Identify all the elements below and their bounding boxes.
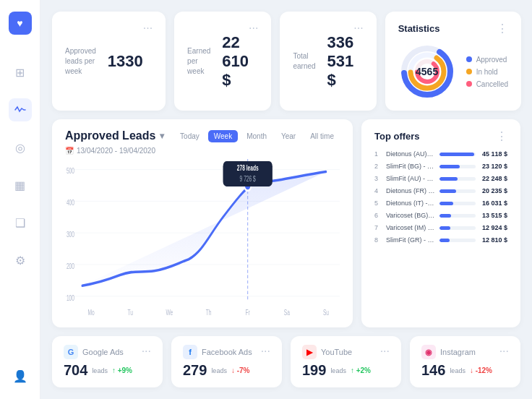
- sidebar: ♥ ⊞ ◎ ▦ ❑ ⚙ 👤: [0, 0, 40, 399]
- svg-text:Fr: Fr: [246, 309, 250, 317]
- source-unit-instagram: leads: [450, 367, 466, 374]
- stat-menu-earned-week[interactable]: ···: [249, 22, 258, 35]
- source-card-google: G Google Ads ··· 704 leads ↑ +9%: [52, 336, 163, 387]
- offer-row: 5 Dietonus (IT) - 17$ 16 031 $: [374, 200, 507, 207]
- offer-bar: [439, 239, 450, 242]
- offer-name: Dietonus (IT) - 17$: [386, 200, 435, 207]
- sidebar-item-user[interactable]: 👤: [9, 364, 32, 387]
- svg-text:Th: Th: [206, 309, 212, 317]
- offer-name: Varicoset (IM) - 14$: [386, 224, 435, 231]
- stat-card-total-earned: Total earned 336 531 $ ···: [280, 12, 376, 111]
- sources-list: G Google Ads ··· 704 leads ↑ +9% f Faceb…: [52, 336, 520, 387]
- offer-name: SlimFit (GR) - 15$: [386, 236, 435, 244]
- source-name-google: Google Ads: [82, 348, 124, 356]
- offer-bar: [439, 189, 456, 193]
- source-icon-name: G Google Ads: [64, 345, 124, 359]
- source-menu-instagram[interactable]: ···: [499, 345, 509, 358]
- svg-text:200: 200: [66, 262, 74, 270]
- offers-header: Top offers ⋮: [374, 129, 507, 143]
- chart-title[interactable]: Approved Leads ▾: [65, 129, 164, 142]
- offer-value: 12 810 $: [480, 236, 507, 244]
- stat-value-total: 336 531 $: [327, 33, 354, 90]
- offers-list: 1 Dietonus (AU) - 17$ 45 118 $ 2 SlimFit…: [374, 150, 507, 244]
- legend: Approved In hold Cancelled: [466, 56, 508, 88]
- source-menu-facebook[interactable]: ···: [261, 345, 270, 358]
- offer-bar-wrap: [439, 214, 476, 218]
- sidebar-item-folder[interactable]: ❑: [9, 211, 32, 234]
- source-menu-google[interactable]: ···: [142, 345, 151, 358]
- offer-value: 20 235 $: [480, 187, 507, 194]
- offer-name: SlimFit (AU) - 16$: [386, 175, 435, 182]
- stat-menu-approved[interactable]: ···: [143, 22, 153, 35]
- source-header: f Facebook Ads ···: [183, 345, 270, 359]
- sidebar-item-activity[interactable]: [9, 98, 32, 121]
- stat-menu-total[interactable]: ···: [353, 22, 363, 35]
- source-icon-youtube: ▶: [302, 345, 317, 359]
- offer-bar-wrap: [439, 202, 476, 205]
- stat-card-earned-week: Earned per week 22 610 $ ···: [174, 12, 271, 111]
- filter-all[interactable]: All time: [304, 130, 340, 142]
- stat-label-approved: Approved leads per week: [65, 46, 96, 77]
- sidebar-item-home[interactable]: ⊞: [9, 61, 32, 84]
- source-footer: 199 leads ↑ +2%: [302, 362, 390, 379]
- offer-name: Varicoset (BG) - 15$: [386, 212, 435, 219]
- source-footer: 146 leads ↓ -12%: [421, 362, 509, 379]
- svg-text:500: 500: [66, 167, 74, 176]
- stat-value-earned-week: 22 610 $: [222, 33, 249, 90]
- offer-value: 45 118 $: [480, 150, 507, 158]
- offers-menu[interactable]: ⋮: [496, 129, 507, 143]
- svg-text:400: 400: [66, 199, 74, 207]
- offer-bar: [439, 177, 458, 181]
- source-value-google: 704: [64, 362, 87, 379]
- svg-text:100: 100: [66, 293, 74, 302]
- sidebar-item-settings[interactable]: ⚙: [9, 249, 32, 272]
- statistics-menu[interactable]: ⋮: [497, 22, 508, 35]
- source-change-youtube: ↑ +2%: [351, 366, 371, 374]
- stat-label-total: Total earned: [293, 51, 315, 72]
- offer-bar-wrap: [439, 189, 476, 193]
- offer-name: Dietonus (FR) - 19$: [386, 187, 435, 194]
- source-value-instagram: 146: [421, 362, 445, 379]
- offer-bar: [439, 165, 460, 168]
- svg-text:300: 300: [66, 231, 74, 239]
- source-card-facebook: f Facebook Ads ··· 279 leads ↓ -7%: [171, 336, 282, 387]
- statistics-title: Statistics: [398, 23, 440, 34]
- source-icon-name: ◉ Instagram: [421, 345, 476, 359]
- offer-rank: 3: [374, 175, 382, 182]
- offer-bar-wrap: [439, 226, 476, 230]
- donut-chart: 4565: [398, 43, 456, 100]
- source-menu-youtube[interactable]: ···: [380, 345, 390, 358]
- source-header: G Google Ads ···: [64, 345, 151, 359]
- chart-area: 500 400 300 200 100 Mo Tu We Th Fr Sa Su: [65, 159, 340, 317]
- donut-section: 4565 Approved In hold Cancelled: [398, 43, 508, 100]
- chart-filters: Today Week Month Year All time: [174, 130, 340, 142]
- sidebar-item-chart[interactable]: ▦: [9, 173, 32, 197]
- offer-rank: 8: [374, 236, 382, 244]
- chevron-down-icon: ▾: [160, 131, 164, 141]
- source-change-facebook: ↓ -7%: [231, 366, 250, 374]
- sidebar-nav: ⊞ ◎ ▦ ❑ ⚙: [9, 61, 32, 272]
- svg-text:Mo: Mo: [87, 309, 94, 317]
- sidebar-item-circle[interactable]: ◎: [9, 136, 32, 159]
- offer-row: 4 Dietonus (FR) - 19$ 20 235 $: [374, 187, 507, 194]
- filter-month[interactable]: Month: [241, 130, 273, 142]
- top-offers-panel: Top offers ⋮ 1 Dietonus (AU) - 17$ 45 11…: [361, 119, 520, 327]
- offer-rank: 7: [374, 224, 382, 231]
- source-icon-instagram: ◉: [421, 345, 436, 359]
- filter-week[interactable]: Week: [208, 130, 238, 142]
- source-icon-name: f Facebook Ads: [183, 345, 252, 359]
- offer-value: 22 248 $: [480, 175, 507, 182]
- sidebar-logo: ♥: [9, 12, 32, 35]
- filter-today[interactable]: Today: [174, 130, 205, 142]
- source-card-youtube: ▶ YouTube ··· 199 leads ↑ +2%: [291, 336, 401, 387]
- offer-bar-wrap: [439, 153, 476, 156]
- chart-header: Approved Leads ▾ Today Week Month Year A…: [65, 129, 340, 142]
- offer-name: SlimFit (BG) - 16$: [386, 163, 435, 170]
- source-unit-facebook: leads: [211, 367, 227, 374]
- stat-card-approved-leads: Approved leads per week 1330 ···: [52, 12, 166, 111]
- offer-name: Dietonus (AU) - 17$: [386, 150, 435, 158]
- calendar-icon: 📅: [65, 147, 74, 155]
- source-icon-name: ▶ YouTube: [302, 345, 352, 359]
- filter-year[interactable]: Year: [275, 130, 301, 142]
- offer-bar-wrap: [439, 239, 476, 242]
